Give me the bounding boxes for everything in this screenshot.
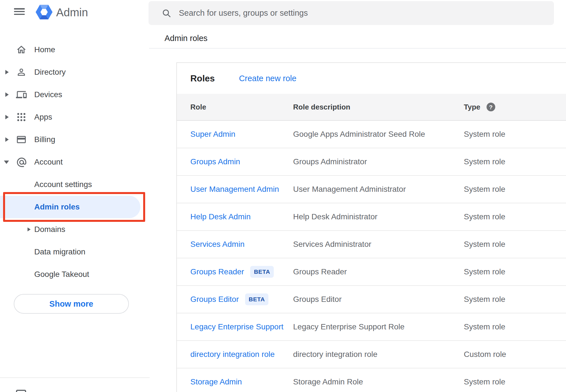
roles-card: Roles Create new role Role Role descript…	[176, 62, 566, 392]
sidebar-item-apps[interactable]: Apps	[0, 106, 149, 128]
sidebar-item-data-migration[interactable]: Data migration	[0, 241, 149, 263]
card-title: Roles	[190, 73, 215, 84]
sidebar-item-label: Admin roles	[0, 202, 80, 211]
sidebar-item-domains[interactable]: Domains	[0, 218, 149, 241]
card-header: Roles Create new role	[177, 63, 566, 94]
chevron-right-icon	[5, 115, 9, 119]
sidebar-item-home[interactable]: Home	[0, 38, 149, 61]
role-description: Google Apps Administrator Seed Role	[293, 130, 425, 139]
role-type: System role	[464, 212, 505, 221]
role-type: System role	[464, 377, 505, 386]
role-type: System role	[464, 185, 505, 194]
create-new-role-link[interactable]: Create new role	[239, 74, 296, 83]
role-description: Help Desk Administrator	[293, 212, 377, 221]
beta-badge: BETA	[250, 266, 274, 278]
sidebar-item-label: Account settings	[0, 180, 92, 189]
admin-logo-icon[interactable]	[36, 4, 53, 20]
chevron-down-icon	[4, 161, 9, 164]
column-header-description: Role description	[293, 103, 350, 111]
sidebar-item-account-settings[interactable]: Account settings	[0, 173, 149, 196]
sidebar-item-label: Home	[0, 45, 55, 54]
role-description: Legacy Enterprise Support Role	[293, 322, 405, 331]
role-link[interactable]: Help Desk Admin	[190, 212, 251, 221]
sidebar-item-label: Directory	[0, 68, 66, 77]
devices-icon	[16, 89, 27, 100]
role-link[interactable]: Storage Admin	[190, 377, 242, 386]
role-link[interactable]: Super Admin	[190, 130, 235, 139]
column-header-type-label: Type	[464, 103, 480, 111]
role-type: System role	[464, 130, 505, 139]
brand: Admin	[0, 0, 149, 25]
sidebar-item-google-takeout[interactable]: Google Takeout	[0, 263, 149, 286]
role-description: Groups Editor	[293, 295, 342, 304]
chevron-right-icon	[5, 92, 9, 97]
table-row: Groups Editor BETA Groups Editor System …	[177, 286, 566, 313]
at-sign-icon	[16, 157, 27, 167]
beta-badge: BETA	[245, 293, 269, 305]
home-icon	[16, 44, 27, 55]
credit-card-icon	[16, 134, 27, 145]
table-row: User Management Admin User Management Ad…	[177, 176, 566, 203]
sidebar-item-label: Devices	[0, 90, 62, 99]
table-row: Groups Admin Groups Administrator System…	[177, 148, 566, 176]
role-type: System role	[464, 295, 505, 304]
role-link[interactable]: Groups Admin	[190, 157, 240, 166]
table-row: directory integration role directory int…	[177, 341, 566, 368]
app-title: Admin	[56, 6, 88, 19]
role-type: System role	[464, 240, 505, 249]
sidebar-item-directory[interactable]: Directory	[0, 61, 149, 83]
sidebar-item-label: Domains	[0, 225, 65, 234]
column-header-role: Role	[190, 103, 206, 111]
table-row: Legacy Enterprise Support Legacy Enterpr…	[177, 313, 566, 341]
sidebar-divider	[0, 377, 150, 378]
sidebar-item-account[interactable]: Account	[0, 151, 149, 173]
role-type: System role	[464, 322, 505, 331]
role-type: System role	[464, 157, 505, 166]
search-icon	[161, 8, 172, 18]
role-link[interactable]: directory integration role	[190, 350, 275, 359]
sidebar: Admin Home Directory Devices Apps	[0, 0, 149, 392]
role-link[interactable]: Groups Reader	[190, 267, 244, 276]
sidebar-item-label: Data migration	[0, 247, 85, 256]
sidebar-item-label: Account	[0, 158, 63, 167]
table-row: Help Desk Admin Help Desk Administrator …	[177, 203, 566, 231]
role-type: Custom role	[464, 350, 506, 359]
table-row: Super Admin Google Apps Administrator Se…	[177, 121, 566, 148]
role-link[interactable]: User Management Admin	[190, 185, 279, 194]
table-header-row: Role Role description Type ?	[177, 94, 566, 121]
hamburger-menu-icon[interactable]	[14, 8, 25, 15]
chevron-right-icon	[5, 137, 9, 142]
sidebar-item-label: Google Takeout	[0, 270, 89, 279]
role-description: directory integration role	[293, 350, 377, 359]
sidebar-item-billing[interactable]: Billing	[0, 128, 149, 151]
role-description: Storage Admin Role	[293, 377, 363, 386]
header-divider	[149, 48, 566, 49]
column-header-type: Type ?	[464, 103, 495, 111]
show-more-button[interactable]: Show more	[14, 294, 129, 314]
role-description: Services Administrator	[293, 240, 371, 249]
table-row: Storage Admin Storage Admin Role System …	[177, 368, 566, 392]
apps-grid-icon	[16, 112, 27, 122]
search-bar	[149, 1, 554, 25]
help-icon[interactable]: ?	[487, 103, 495, 111]
role-link[interactable]: Groups Editor	[190, 295, 239, 304]
chevron-right-icon	[5, 70, 9, 74]
search-input[interactable]	[179, 8, 554, 18]
person-icon	[16, 67, 27, 78]
sidebar-item-devices[interactable]: Devices	[0, 83, 149, 106]
show-more-label: Show more	[49, 299, 93, 309]
role-link[interactable]: Services Admin	[190, 240, 245, 249]
role-description: Groups Reader	[293, 267, 347, 276]
page-title: Admin roles	[165, 34, 207, 43]
partial-bottom-icon	[16, 390, 26, 392]
role-description: Groups Administrator	[293, 157, 367, 166]
chevron-right-icon	[28, 227, 31, 231]
table-row: Services Admin Services Administrator Sy…	[177, 231, 566, 258]
role-link[interactable]: Legacy Enterprise Support	[190, 322, 284, 331]
sidebar-item-admin-roles[interactable]: Admin roles	[0, 196, 149, 218]
role-type: System role	[464, 267, 505, 276]
table-row: Groups Reader BETA Groups Reader System …	[177, 258, 566, 286]
role-description: User Management Administrator	[293, 185, 406, 194]
